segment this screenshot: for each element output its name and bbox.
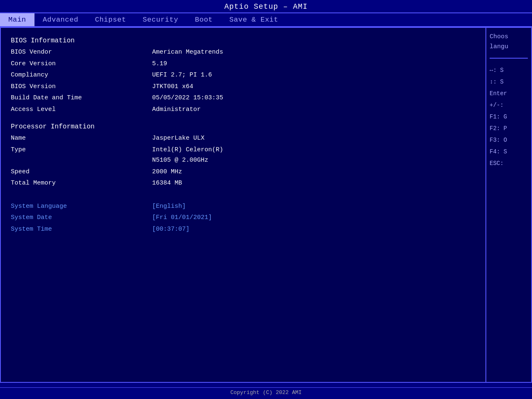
help-key-item: +/-: — [490, 99, 528, 111]
info-label[interactable]: System Language — [11, 201, 152, 212]
info-label: Speed — [11, 167, 152, 177]
table-row: Total Memory 16384 MB — [11, 178, 475, 189]
info-value: Intel(R) Celeron(R) N5105 @ 2.00GHz — [152, 145, 223, 166]
info-value: 5.19 — [152, 59, 167, 69]
bottom-bar: Copyright (C) 2022 AMI — [0, 387, 532, 399]
copyright-text: Copyright (C) 2022 AMI — [230, 389, 302, 396]
processor-info-title: Processor Information — [11, 123, 475, 131]
info-value: JasperLake ULX — [152, 133, 204, 144]
info-label: Build Date and Time — [11, 93, 152, 103]
info-label: BIOS Vendor — [11, 47, 152, 58]
help-key-item: F1: G — [490, 111, 528, 123]
info-label: BIOS Version — [11, 81, 152, 92]
info-value[interactable]: [Fri 01/01/2021] — [152, 212, 212, 223]
help-key-item: Enter — [490, 88, 528, 99]
content-wrapper: BIOS Information BIOS Vendor American Me… — [0, 27, 532, 383]
menu-item-advanced[interactable]: Advanced — [34, 13, 87, 26]
info-label: Total Memory — [11, 178, 152, 189]
help-key-item: F3: O — [490, 134, 528, 146]
info-value: 16384 MB — [152, 178, 182, 189]
menu-item-save---exit[interactable]: Save & Exit — [221, 13, 287, 26]
table-row: Speed 2000 MHz — [11, 167, 475, 177]
title-text: Aptio Setup – AMI — [224, 2, 308, 11]
table-row: Type Intel(R) Celeron(R) N5105 @ 2.00GHz — [11, 145, 475, 166]
table-row: BIOS Version JTKT001 x64 — [11, 81, 475, 92]
main-panel: BIOS Information BIOS Vendor American Me… — [1, 28, 485, 382]
info-label: Type — [11, 145, 152, 166]
processor-rows: Name JasperLake ULX Type Intel(R) Celero… — [11, 133, 475, 189]
info-label: Compliancy — [11, 70, 152, 81]
info-value: JTKT001 x64 — [152, 81, 193, 92]
table-row[interactable]: System Language [English] — [11, 201, 475, 212]
info-value: UEFI 2.7; PI 1.6 — [152, 70, 212, 81]
table-row: BIOS Vendor American Megatrends — [11, 47, 475, 58]
table-row: Compliancy UEFI 2.7; PI 1.6 — [11, 70, 475, 81]
menu-item-security[interactable]: Security — [134, 13, 187, 26]
menu-item-chipset[interactable]: Chipset — [86, 13, 134, 26]
system-rows: System Language [English] System Date [F… — [11, 195, 475, 235]
title-bar: Aptio Setup – AMI — [0, 0, 532, 12]
info-value[interactable]: [English] — [152, 201, 186, 212]
table-row: Access Level Administrator — [11, 104, 475, 115]
help-keys: ↔: S↕: SEnter+/-:F1: GF2: PF3: OF4: SESC… — [490, 64, 528, 169]
info-value[interactable]: [00:37:07] — [152, 224, 190, 235]
table-row: Build Date and Time 05/05/2022 15:03:35 — [11, 93, 475, 103]
table-row[interactable]: System Time [00:37:07] — [11, 224, 475, 235]
help-key-item: ↔: S — [490, 64, 528, 76]
help-key-item: F2: P — [490, 123, 528, 134]
info-label: Name — [11, 133, 152, 144]
info-value: Administrator — [152, 104, 201, 115]
info-label: Core Version — [11, 59, 152, 69]
help-key-item: ↕: S — [490, 76, 528, 88]
help-panel: Choos langu ↔: S↕: SEnter+/-:F1: GF2: PF… — [485, 28, 531, 382]
info-label[interactable]: System Date — [11, 212, 152, 223]
table-row: Name JasperLake ULX — [11, 133, 475, 144]
table-row[interactable]: System Date [Fri 01/01/2021] — [11, 212, 475, 223]
info-label: Access Level — [11, 104, 152, 115]
info-value: 05/05/2022 15:03:35 — [152, 93, 223, 103]
menu-item-main[interactable]: Main — [0, 13, 34, 26]
menu-bar: MainAdvancedChipsetSecurityBootSave & Ex… — [0, 12, 532, 27]
info-value: 2000 MHz — [152, 167, 182, 177]
info-value: American Megatrends — [152, 47, 223, 58]
menu-item-boot[interactable]: Boot — [187, 13, 221, 26]
bios-rows: BIOS Vendor American Megatrends Core Ver… — [11, 47, 475, 115]
bios-info-title: BIOS Information — [11, 37, 475, 44]
info-label[interactable]: System Time — [11, 224, 152, 235]
help-key-item: F4: S — [490, 146, 528, 158]
help-key-item: ESC: — [490, 158, 528, 169]
table-row: Core Version 5.19 — [11, 59, 475, 69]
help-top-text: Choos langu — [490, 32, 528, 52]
